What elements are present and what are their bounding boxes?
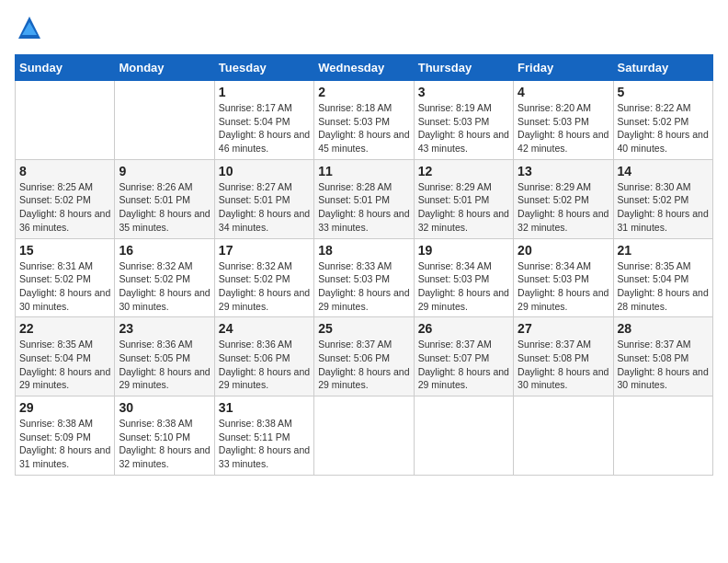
calendar-cell: 11Sunrise: 8:28 AMSunset: 5:01 PMDayligh…	[314, 159, 414, 238]
day-number: 30	[119, 400, 210, 415]
day-info: Sunrise: 8:18 AMSunset: 5:03 PMDaylight:…	[318, 101, 409, 155]
day-info: Sunrise: 8:37 AMSunset: 5:06 PMDaylight:…	[318, 338, 409, 392]
day-info: Sunrise: 8:35 AMSunset: 5:04 PMDaylight:…	[618, 259, 709, 314]
day-info: Sunrise: 8:17 AMSunset: 5:04 PMDaylight:…	[219, 101, 310, 155]
calendar-cell: 16Sunrise: 8:32 AMSunset: 5:02 PMDayligh…	[115, 238, 214, 317]
calendar-cell: 20Sunrise: 8:34 AMSunset: 5:03 PMDayligh…	[514, 238, 613, 317]
calendar-cell: 10Sunrise: 8:27 AMSunset: 5:01 PMDayligh…	[214, 159, 313, 238]
weekday-header-sunday: Sunday	[16, 55, 115, 81]
day-number: 12	[418, 164, 509, 178]
day-info: Sunrise: 8:32 AMSunset: 5:02 PMDaylight:…	[219, 259, 310, 314]
day-number: 19	[418, 243, 509, 258]
day-number: 27	[518, 321, 609, 336]
calendar-cell: 13Sunrise: 8:29 AMSunset: 5:02 PMDayligh…	[514, 159, 613, 238]
calendar-cell: 29Sunrise: 8:38 AMSunset: 5:09 PMDayligh…	[16, 396, 115, 476]
calendar-cell: 4Sunrise: 8:20 AMSunset: 5:03 PMDaylight…	[514, 81, 613, 160]
day-info: Sunrise: 8:30 AMSunset: 5:02 PMDaylight:…	[618, 180, 709, 235]
day-number: 1	[219, 85, 310, 99]
calendar-cell: 12Sunrise: 8:29 AMSunset: 5:01 PMDayligh…	[414, 159, 513, 238]
day-info: Sunrise: 8:35 AMSunset: 5:04 PMDaylight:…	[19, 338, 110, 392]
day-number: 23	[119, 321, 210, 336]
calendar-cell: 17Sunrise: 8:32 AMSunset: 5:02 PMDayligh…	[214, 238, 313, 317]
day-info: Sunrise: 8:19 AMSunset: 5:03 PMDaylight:…	[418, 101, 509, 155]
day-number: 28	[618, 321, 709, 336]
day-number: 21	[618, 243, 709, 258]
day-info: Sunrise: 8:25 AMSunset: 5:02 PMDaylight:…	[19, 180, 110, 235]
day-number: 22	[19, 321, 110, 336]
day-info: Sunrise: 8:38 AMSunset: 5:09 PMDaylight:…	[19, 417, 110, 471]
day-number: 20	[518, 243, 609, 258]
day-number: 13	[518, 164, 609, 178]
day-info: Sunrise: 8:36 AMSunset: 5:06 PMDaylight:…	[219, 338, 310, 392]
weekday-header-wednesday: Wednesday	[314, 55, 414, 81]
calendar-cell: 19Sunrise: 8:34 AMSunset: 5:03 PMDayligh…	[414, 238, 513, 317]
day-info: Sunrise: 8:32 AMSunset: 5:02 PMDaylight:…	[119, 259, 210, 314]
day-number: 3	[418, 85, 509, 99]
day-info: Sunrise: 8:28 AMSunset: 5:01 PMDaylight:…	[318, 180, 409, 235]
day-info: Sunrise: 8:31 AMSunset: 5:02 PMDaylight:…	[19, 259, 110, 314]
day-info: Sunrise: 8:36 AMSunset: 5:05 PMDaylight:…	[119, 338, 210, 392]
calendar-cell: 24Sunrise: 8:36 AMSunset: 5:06 PMDayligh…	[214, 317, 313, 396]
day-number: 2	[318, 85, 409, 99]
calendar-cell: 27Sunrise: 8:37 AMSunset: 5:08 PMDayligh…	[514, 317, 613, 396]
calendar-cell: 5Sunrise: 8:22 AMSunset: 5:02 PMDaylight…	[613, 81, 712, 160]
day-info: Sunrise: 8:20 AMSunset: 5:03 PMDaylight:…	[518, 101, 609, 155]
calendar-cell: 9Sunrise: 8:26 AMSunset: 5:01 PMDaylight…	[115, 159, 214, 238]
day-info: Sunrise: 8:38 AMSunset: 5:11 PMDaylight:…	[219, 417, 310, 471]
day-info: Sunrise: 8:37 AMSunset: 5:08 PMDaylight:…	[618, 338, 709, 392]
calendar-cell: 26Sunrise: 8:37 AMSunset: 5:07 PMDayligh…	[414, 317, 513, 396]
calendar-cell: 15Sunrise: 8:31 AMSunset: 5:02 PMDayligh…	[16, 238, 115, 317]
day-info: Sunrise: 8:22 AMSunset: 5:02 PMDaylight:…	[618, 101, 709, 155]
calendar-cell	[314, 396, 414, 476]
header	[15, 15, 713, 45]
day-number: 14	[618, 164, 709, 178]
day-number: 15	[19, 243, 110, 258]
calendar-cell: 31Sunrise: 8:38 AMSunset: 5:11 PMDayligh…	[214, 396, 313, 476]
weekday-header-friday: Friday	[514, 55, 613, 81]
day-info: Sunrise: 8:26 AMSunset: 5:01 PMDaylight:…	[119, 180, 210, 235]
day-number: 11	[318, 164, 409, 178]
calendar-week-1: 1Sunrise: 8:17 AMSunset: 5:04 PMDaylight…	[16, 81, 713, 160]
calendar-cell: 30Sunrise: 8:38 AMSunset: 5:10 PMDayligh…	[115, 396, 214, 476]
calendar-cell: 1Sunrise: 8:17 AMSunset: 5:04 PMDaylight…	[214, 81, 313, 160]
day-number: 26	[418, 321, 509, 336]
day-info: Sunrise: 8:29 AMSunset: 5:01 PMDaylight:…	[418, 180, 509, 235]
weekday-header-monday: Monday	[115, 55, 214, 81]
day-info: Sunrise: 8:34 AMSunset: 5:03 PMDaylight:…	[518, 259, 609, 314]
day-number: 31	[219, 400, 310, 415]
calendar-table: SundayMondayTuesdayWednesdayThursdayFrid…	[15, 54, 713, 476]
calendar-cell: 22Sunrise: 8:35 AMSunset: 5:04 PMDayligh…	[16, 317, 115, 396]
calendar-cell: 18Sunrise: 8:33 AMSunset: 5:03 PMDayligh…	[314, 238, 414, 317]
calendar-cell	[414, 396, 513, 476]
day-info: Sunrise: 8:37 AMSunset: 5:08 PMDaylight:…	[518, 338, 609, 392]
calendar-cell: 25Sunrise: 8:37 AMSunset: 5:06 PMDayligh…	[314, 317, 414, 396]
day-info: Sunrise: 8:27 AMSunset: 5:01 PMDaylight:…	[219, 180, 310, 235]
day-number: 16	[119, 243, 210, 258]
day-number: 17	[219, 243, 310, 258]
calendar-week-3: 15Sunrise: 8:31 AMSunset: 5:02 PMDayligh…	[16, 238, 713, 317]
day-number: 9	[119, 164, 210, 178]
calendar-week-5: 29Sunrise: 8:38 AMSunset: 5:09 PMDayligh…	[16, 396, 713, 476]
weekday-header-saturday: Saturday	[613, 55, 712, 81]
day-info: Sunrise: 8:33 AMSunset: 5:03 PMDaylight:…	[318, 259, 409, 314]
calendar-cell: 14Sunrise: 8:30 AMSunset: 5:02 PMDayligh…	[613, 159, 712, 238]
logo	[15, 15, 42, 45]
weekday-header-tuesday: Tuesday	[214, 55, 313, 81]
day-number: 10	[219, 164, 310, 178]
day-info: Sunrise: 8:37 AMSunset: 5:07 PMDaylight:…	[418, 338, 509, 392]
day-number: 24	[219, 321, 310, 336]
day-number: 29	[19, 400, 110, 415]
calendar-cell: 28Sunrise: 8:37 AMSunset: 5:08 PMDayligh…	[613, 317, 712, 396]
day-info: Sunrise: 8:29 AMSunset: 5:02 PMDaylight:…	[518, 180, 609, 235]
calendar-cell	[514, 396, 613, 476]
calendar-cell: 2Sunrise: 8:18 AMSunset: 5:03 PMDaylight…	[314, 81, 414, 160]
calendar-cell	[115, 81, 214, 160]
calendar-cell: 3Sunrise: 8:19 AMSunset: 5:03 PMDaylight…	[414, 81, 513, 160]
weekday-header-thursday: Thursday	[414, 55, 513, 81]
day-info: Sunrise: 8:38 AMSunset: 5:10 PMDaylight:…	[119, 417, 210, 471]
weekday-header-row: SundayMondayTuesdayWednesdayThursdayFrid…	[16, 55, 713, 81]
calendar-week-4: 22Sunrise: 8:35 AMSunset: 5:04 PMDayligh…	[16, 317, 713, 396]
day-number: 5	[618, 85, 709, 99]
day-number: 25	[318, 321, 409, 336]
day-info: Sunrise: 8:34 AMSunset: 5:03 PMDaylight:…	[418, 259, 509, 314]
